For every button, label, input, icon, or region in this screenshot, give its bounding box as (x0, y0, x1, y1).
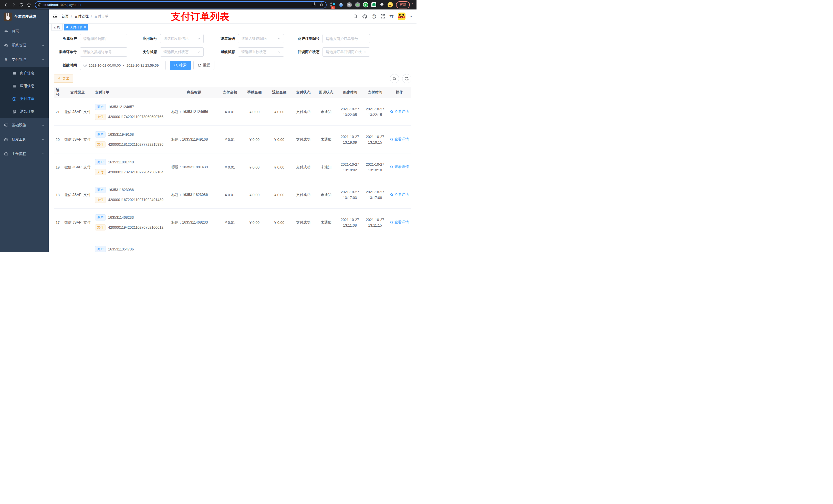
reset-button[interactable]: 重置 (193, 61, 214, 70)
font-size-icon[interactable]: TT (389, 14, 394, 19)
merchant-order-no-field[interactable] (326, 37, 366, 41)
sidebar-item-label: 研发工具 (12, 137, 26, 142)
breadcrumb-pay[interactable]: 支付管理 (74, 14, 89, 19)
cell-pay-time: 2021-10-2713:17:08 (362, 189, 387, 200)
cell-pay-amount: ¥ 0.01 (218, 165, 242, 169)
page: localhost:1024/pay/order 10 ⌘ Y 更新 ⋮ 芋道管… (0, 0, 416, 252)
navbar-actions: ? TT ▼ (353, 13, 412, 20)
breadcrumb-home[interactable]: 首页 (62, 14, 69, 19)
extension-y-icon[interactable]: Y (363, 2, 368, 7)
cell-create-time: 2021-10-2713:22:05 (337, 106, 362, 118)
app-logo[interactable]: 芋道管理系统 (0, 9, 49, 24)
cell-refund-amount: ¥ 0.00 (267, 138, 292, 142)
filter-label: 渠道编码 (214, 37, 238, 41)
cell-order-id: 21 (54, 110, 62, 114)
app-select[interactable]: 请选择应用信息 (160, 34, 204, 43)
notify-status-select[interactable]: 请选择订单回调商户状态 (323, 47, 370, 56)
export-button[interactable]: 导出 (54, 74, 73, 83)
logo-image (4, 13, 12, 21)
sidebar-fold-icon[interactable] (53, 14, 58, 19)
col-header-order: 支付订单 (94, 90, 170, 95)
cell-pay-order: 商户1635311881440支付42000011732021102728479… (94, 159, 170, 175)
cell-pay-status: 支付成功 (292, 220, 315, 225)
close-tab-icon[interactable]: × (84, 26, 86, 29)
back-icon[interactable] (3, 2, 9, 8)
site-info-icon[interactable] (38, 3, 42, 7)
sidebar-item-merchant-info[interactable]: 商户信息 (0, 67, 49, 80)
sidebar-item-label: 退款订单 (20, 110, 34, 114)
merchant-order-no: 1635311354736 (108, 247, 134, 251)
channel-code-select[interactable]: 请输入渠道编码 (238, 34, 284, 43)
merchant-order-no-input[interactable] (323, 34, 370, 43)
cell-create-time: 2021-10-2713:18:02 (337, 162, 362, 173)
view-detail-link[interactable]: 查看详情 (390, 192, 409, 197)
merchant-select-input[interactable] (83, 37, 124, 41)
refund-status-select[interactable]: 请选择退款状态 (238, 47, 284, 56)
kebab-menu-icon[interactable]: ⋮ (411, 4, 414, 5)
extension-chat-icon[interactable] (371, 2, 377, 7)
question-icon[interactable]: ? (372, 14, 376, 19)
bookmark-star-icon[interactable] (319, 2, 324, 7)
sidebar-item-pay[interactable]: ¥ 支付管理 (0, 52, 49, 67)
cell-pay-order: 商户1635311354736 (94, 236, 170, 252)
tab-pay-order[interactable]: 支付订单× (64, 24, 88, 30)
caret-down-icon[interactable]: ▼ (410, 15, 412, 18)
sidebar-item-refund-order[interactable]: 退款订单 (0, 105, 49, 118)
avatar[interactable] (398, 13, 405, 20)
cell-pay-time: 2021-10-2713:18:10 (362, 162, 387, 173)
sidebar-item-home[interactable]: 首页 (0, 24, 49, 38)
url-text: localhost:1024/pay/order (44, 3, 312, 7)
channel-order-no-input[interactable] (80, 47, 127, 56)
cell-order-id: 17 (54, 220, 62, 224)
sidebar-item-pay-order[interactable]: ¥ 支付订单 (0, 93, 49, 105)
cell-fee-amount: ¥ 0.00 (242, 138, 267, 142)
search-icon[interactable] (353, 14, 358, 19)
tab-home[interactable]: 首页 (51, 24, 63, 30)
cell-product-title: 标题：1635311823086 (170, 193, 218, 197)
cell-pay-amount: ¥ 0.01 (218, 193, 242, 197)
forward-icon[interactable] (10, 2, 17, 8)
view-detail-link[interactable]: 查看详情 (390, 137, 409, 142)
url-bar[interactable]: localhost:1024/pay/order (35, 1, 327, 8)
share-icon[interactable] (312, 2, 316, 7)
sidebar-item-infra[interactable]: 基础设施 (0, 118, 49, 133)
extension-puzzle-icon[interactable] (379, 2, 385, 7)
cell-pay-status: 支付成功 (292, 110, 315, 114)
fullscreen-icon[interactable] (381, 14, 385, 19)
search-button[interactable]: 搜索 (170, 61, 191, 70)
extension-blocks-icon[interactable]: 10 (330, 2, 336, 7)
toggle-search-button[interactable] (390, 74, 399, 83)
sidebar-item-devtools[interactable]: 研发工具 (0, 133, 49, 147)
url-path: :1024/pay/order (58, 3, 81, 7)
filter-label: 渠道订单号 (54, 50, 80, 54)
channel-order-no-field[interactable] (83, 50, 124, 54)
col-header-channel: 支付渠道 (62, 90, 94, 95)
cell-product-title: 标题：1635311468233 (170, 220, 218, 225)
extension-balloon-icon[interactable] (338, 2, 344, 7)
sidebar-item-app-info[interactable]: 应用信息 (0, 80, 49, 93)
view-detail-link[interactable]: 查看详情 (390, 165, 409, 169)
sidebar-item-workflow[interactable]: 工作流程 (0, 147, 49, 161)
merchant-select[interactable] (80, 34, 127, 43)
view-detail-link[interactable]: 查看详情 (390, 220, 409, 224)
yen-icon: ¥ (4, 57, 8, 62)
reload-icon[interactable] (18, 2, 25, 8)
update-button[interactable]: 更新 (396, 1, 410, 8)
sidebar-item-system[interactable]: 系统管理 (0, 38, 49, 52)
chevron-down-icon (42, 138, 45, 141)
home-icon[interactable] (26, 2, 32, 8)
github-icon[interactable] (362, 14, 367, 19)
extension-emoji-icon[interactable] (387, 2, 393, 7)
cell-pay-channel: 微信 JSAPI 支付 (62, 220, 94, 225)
active-dot (66, 26, 68, 28)
create-time-range-picker[interactable]: 2021-10-01 00:00:00 - 2021-10-31 23:59:5… (80, 61, 166, 70)
merchant-tag: 商户 (95, 104, 106, 110)
refresh-button[interactable] (402, 74, 411, 83)
cell-refund-amount: ¥ 0.00 (267, 165, 292, 169)
col-header-notify-status: 回调状态 (315, 90, 337, 95)
pay-status-select[interactable]: 请选择支付状态 (160, 47, 204, 56)
extension-command-icon[interactable]: ⌘ (347, 2, 352, 7)
extension-record-icon[interactable] (355, 2, 360, 7)
view-detail-link[interactable]: 查看详情 (390, 110, 409, 114)
cell-action: 查看详情 (387, 165, 411, 170)
